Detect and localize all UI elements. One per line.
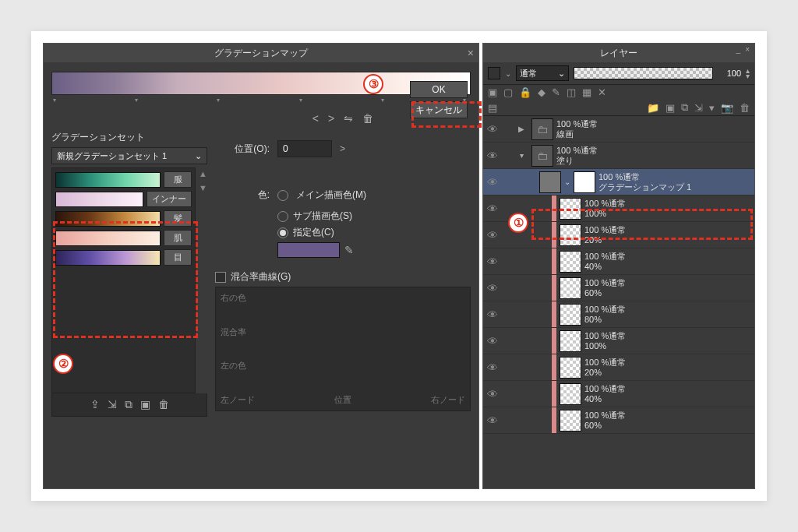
new-folder-icon[interactable]: 📁 — [647, 102, 659, 114]
gradient-preview-strip[interactable] — [51, 72, 471, 95]
preset-swatch — [55, 211, 161, 227]
layer-folder[interactable]: 👁 ▾ 🗀 100 %通常 塗り — [483, 143, 754, 169]
layer-mask-thumbnail — [574, 171, 595, 193]
clip-indicator — [552, 222, 556, 248]
draft-icon[interactable]: ✎ — [552, 86, 560, 98]
preset-row[interactable]: 肌 — [55, 230, 192, 246]
clip-indicator — [552, 381, 556, 407]
preset-label: 服 — [164, 171, 192, 188]
trash-icon[interactable]: 🗑 — [362, 112, 373, 125]
layer-item[interactable]: 👁 100 %通常20% — [483, 222, 754, 248]
ok-button[interactable]: OK — [410, 81, 468, 98]
dialog-title: グラデーションマップ — [214, 47, 308, 60]
chevron-down-icon[interactable]: ⌄ — [505, 69, 511, 78]
new-raster-icon[interactable]: ⧉ — [681, 101, 688, 114]
export-icon[interactable]: ⇲ — [108, 398, 117, 411]
curve-right-color: 右の色 — [221, 292, 465, 304]
fixed-color-chip[interactable] — [277, 242, 340, 258]
settings-column: < > ⇋ 🗑 位置(O): 0 > 色: メイン描画色(M) — [215, 112, 471, 481]
opacity-spinner[interactable]: ▴▾ — [746, 68, 750, 79]
opacity-value: 100 — [718, 69, 741, 78]
eyedropper-icon[interactable]: ✎ — [344, 244, 354, 256]
layer-item[interactable]: 👁 100 %通常60% — [483, 407, 754, 434]
new-layer-icon[interactable]: ▣ — [140, 398, 150, 411]
fx-icon[interactable]: ✕ — [598, 86, 606, 98]
curve-checkbox[interactable] — [215, 272, 226, 283]
visibility-toggle[interactable]: 👁 — [483, 176, 502, 188]
lock-icon[interactable]: 🔒 — [519, 86, 531, 98]
visibility-toggle[interactable]: 👁 — [483, 203, 502, 215]
trash-icon[interactable]: 🗑 — [740, 102, 750, 114]
preset-row[interactable]: 目 — [55, 249, 192, 266]
clip-indicator — [552, 407, 556, 433]
visibility-toggle[interactable]: 👁 — [483, 123, 502, 136]
layer-item[interactable]: 👁 100 %通常60% — [483, 275, 754, 301]
preset-row[interactable]: 髪 — [55, 210, 192, 227]
clip-indicator — [552, 301, 556, 327]
visibility-toggle[interactable]: 👁 — [483, 150, 502, 162]
minimize-icon[interactable]: _ — [736, 45, 741, 54]
preset-label: インナー — [147, 191, 192, 207]
visibility-toggle[interactable]: 👁 — [483, 388, 502, 400]
visibility-toggle[interactable]: 👁 — [483, 414, 502, 427]
reverse-icon[interactable]: ⇋ — [344, 112, 353, 125]
close-icon[interactable]: × — [745, 45, 750, 54]
blend-mode-select[interactable]: 通常 ⌄ — [516, 65, 569, 81]
palette-icon[interactable]: ▦ — [582, 86, 591, 98]
layer-gradient-map[interactable]: 👁 ⌄ 100 %通常 グラデーションマップ 1 — [483, 169, 754, 196]
preset-row[interactable]: インナー — [55, 191, 192, 207]
close-icon[interactable]: × — [468, 47, 474, 59]
preset-swatch — [55, 231, 161, 246]
preset-row[interactable]: 服 — [55, 171, 192, 188]
move-up-icon[interactable]: ▲ — [199, 169, 207, 178]
position-step-icon[interactable]: > — [340, 143, 345, 154]
layer-action-row: ▤ 📁 ▣ ⧉ ⇲ ▾ 📷 🗑 — [483, 100, 754, 116]
visibility-toggle[interactable]: 👁 — [483, 255, 502, 268]
gradient-set-select[interactable]: 新規グラデーションセット 1 ⌄ — [51, 147, 207, 164]
merge-icon[interactable]: ▾ — [709, 102, 715, 114]
duplicate-icon[interactable]: ⧉ — [125, 398, 132, 411]
ref-icon[interactable]: ◆ — [538, 86, 546, 98]
panel-menu-icon[interactable]: ▤ — [488, 102, 497, 114]
new-layer-icon[interactable]: ▣ — [666, 102, 675, 114]
gradient-stop-ticks[interactable] — [51, 97, 471, 106]
ruler-icon[interactable]: ◫ — [567, 86, 576, 98]
position-input[interactable]: 0 — [277, 140, 332, 157]
visibility-toggle[interactable]: 👁 — [483, 229, 502, 241]
dialog-titlebar: グラデーションマップ × — [44, 44, 478, 62]
curve-left-node: 左ノード — [221, 394, 255, 406]
mask-icon[interactable]: ▢ — [503, 86, 513, 98]
visibility-toggle[interactable]: 👁 — [483, 282, 502, 294]
move-down-icon[interactable]: ▼ — [199, 183, 207, 192]
layer-item[interactable]: 👁 100 %通常40% — [483, 248, 754, 275]
layer-item[interactable]: 👁 100 %通常40% — [483, 381, 754, 407]
layer-item[interactable]: 👁 100 %通常20% — [483, 354, 754, 381]
prev-stop-icon[interactable]: < — [312, 112, 319, 125]
transfer-icon[interactable]: ⇲ — [694, 102, 703, 114]
chevron-down-icon[interactable]: ▾ — [514, 151, 528, 160]
preset-label: 目 — [164, 249, 192, 266]
folder-icon: 🗀 — [531, 118, 553, 140]
visibility-toggle[interactable]: 👁 — [483, 308, 502, 321]
radio-sub-color[interactable] — [277, 211, 288, 222]
opacity-slider[interactable] — [574, 67, 713, 79]
layer-item[interactable]: 👁 100 %通常80% — [483, 301, 754, 328]
import-icon[interactable]: ⇪ — [90, 398, 100, 411]
gradient-set-selected: 新規グラデーションセット 1 — [57, 150, 167, 162]
radio-main-color[interactable] — [277, 190, 288, 201]
layer-item[interactable]: 👁 100 %通常100% — [483, 328, 754, 354]
visibility-toggle[interactable]: 👁 — [483, 361, 502, 374]
trash-icon[interactable]: 🗑 — [158, 398, 169, 411]
clip-indicator — [552, 328, 556, 354]
layer-color-icon[interactable] — [488, 67, 500, 79]
radio-fixed-label: 指定色(C) — [293, 226, 334, 239]
visibility-toggle[interactable]: 👁 — [483, 335, 502, 347]
next-stop-icon[interactable]: > — [328, 112, 334, 125]
clip-icon[interactable]: ▣ — [488, 86, 497, 98]
layer-item[interactable]: 👁 100 %通常100% — [483, 196, 754, 222]
chevron-right-icon[interactable]: ▶ — [514, 125, 528, 133]
layer-folder[interactable]: 👁 ▶ 🗀 100 %通常 線画 — [483, 116, 754, 143]
position-label: 位置(O): — [215, 143, 270, 156]
radio-fixed-color[interactable] — [277, 227, 288, 238]
camera-icon[interactable]: 📷 — [721, 102, 733, 114]
